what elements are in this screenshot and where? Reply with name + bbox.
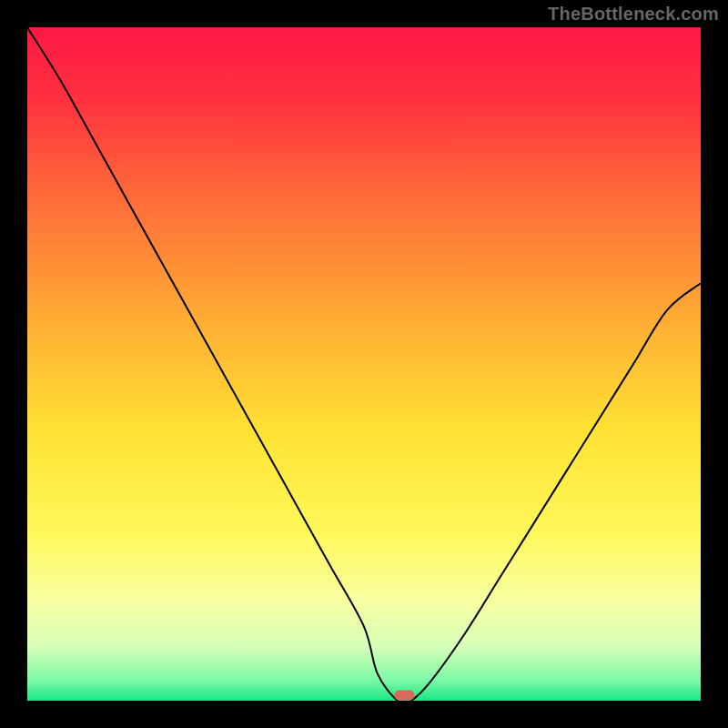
gradient-background [27, 27, 701, 701]
gradient-chart [27, 27, 701, 701]
optimal-marker [394, 691, 414, 701]
chart-frame: TheBottleneck.com [0, 0, 728, 728]
plot-area [27, 27, 701, 701]
watermark-label: TheBottleneck.com [548, 4, 719, 25]
